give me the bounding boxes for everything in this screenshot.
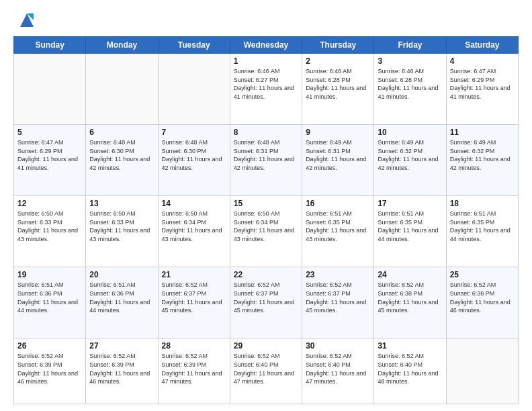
- calendar-cell: 24Sunrise: 6:52 AM Sunset: 6:38 PM Dayli…: [374, 267, 446, 338]
- day-number: 16: [306, 199, 370, 208]
- day-number: 8: [234, 128, 298, 137]
- day-number: 13: [89, 199, 154, 208]
- calendar-cell: 15Sunrise: 6:50 AM Sunset: 6:34 PM Dayli…: [230, 196, 302, 267]
- cell-info: Sunrise: 6:52 AM Sunset: 6:38 PM Dayligh…: [450, 281, 515, 314]
- cell-info: Sunrise: 6:47 AM Sunset: 6:29 PM Dayligh…: [450, 67, 515, 101]
- cell-info: Sunrise: 6:48 AM Sunset: 6:31 PM Dayligh…: [234, 138, 298, 172]
- calendar-cell: 6Sunrise: 6:48 AM Sunset: 6:30 PM Daylig…: [86, 125, 158, 196]
- cell-info: Sunrise: 6:52 AM Sunset: 6:39 PM Dayligh…: [17, 352, 82, 385]
- day-number: 11: [450, 128, 515, 137]
- calendar-cell: 31Sunrise: 6:52 AM Sunset: 6:40 PM Dayli…: [374, 338, 446, 404]
- cell-info: Sunrise: 6:46 AM Sunset: 6:28 PM Dayligh…: [306, 67, 370, 101]
- calendar-cell: 4Sunrise: 6:47 AM Sunset: 6:29 PM Daylig…: [446, 54, 518, 125]
- day-number: 17: [378, 199, 442, 208]
- cell-info: Sunrise: 6:52 AM Sunset: 6:40 PM Dayligh…: [378, 352, 442, 385]
- calendar-week-3: 12Sunrise: 6:50 AM Sunset: 6:33 PM Dayli…: [14, 196, 519, 267]
- calendar-cell: 8Sunrise: 6:48 AM Sunset: 6:31 PM Daylig…: [230, 125, 302, 196]
- col-header-monday: Monday: [86, 37, 158, 54]
- calendar-cell: 14Sunrise: 6:50 AM Sunset: 6:34 PM Dayli…: [158, 196, 230, 267]
- col-header-friday: Friday: [374, 37, 446, 54]
- cell-info: Sunrise: 6:51 AM Sunset: 6:36 PM Dayligh…: [89, 281, 154, 314]
- col-header-thursday: Thursday: [302, 37, 374, 54]
- calendar-cell: 18Sunrise: 6:51 AM Sunset: 6:35 PM Dayli…: [446, 196, 518, 267]
- calendar-cell: 22Sunrise: 6:52 AM Sunset: 6:37 PM Dayli…: [230, 267, 302, 338]
- col-header-tuesday: Tuesday: [158, 37, 230, 54]
- day-number: 24: [378, 270, 442, 279]
- col-header-saturday: Saturday: [446, 37, 518, 54]
- cell-info: Sunrise: 6:50 AM Sunset: 6:34 PM Dayligh…: [234, 210, 298, 243]
- day-number: 4: [450, 56, 515, 66]
- cell-info: Sunrise: 6:51 AM Sunset: 6:35 PM Dayligh…: [306, 210, 370, 243]
- day-number: 20: [89, 270, 154, 279]
- calendar-cell: [158, 54, 230, 125]
- cell-info: Sunrise: 6:52 AM Sunset: 6:39 PM Dayligh…: [89, 352, 154, 385]
- calendar-cell: 29Sunrise: 6:52 AM Sunset: 6:40 PM Dayli…: [230, 338, 302, 404]
- page: SundayMondayTuesdayWednesdayThursdayFrid…: [0, 0, 532, 411]
- calendar-cell: 16Sunrise: 6:51 AM Sunset: 6:35 PM Dayli…: [302, 196, 374, 267]
- day-number: 25: [450, 270, 515, 279]
- calendar-cell: 2Sunrise: 6:46 AM Sunset: 6:28 PM Daylig…: [302, 54, 374, 125]
- cell-info: Sunrise: 6:48 AM Sunset: 6:30 PM Dayligh…: [89, 138, 154, 172]
- calendar-cell: 20Sunrise: 6:51 AM Sunset: 6:36 PM Dayli…: [86, 267, 158, 338]
- day-number: 9: [306, 128, 370, 137]
- calendar-week-5: 26Sunrise: 6:52 AM Sunset: 6:39 PM Dayli…: [14, 338, 519, 404]
- calendar-cell: 19Sunrise: 6:51 AM Sunset: 6:36 PM Dayli…: [14, 267, 86, 338]
- day-number: 30: [306, 341, 370, 351]
- calendar-cell: 5Sunrise: 6:47 AM Sunset: 6:29 PM Daylig…: [14, 125, 86, 196]
- calendar-cell: 11Sunrise: 6:49 AM Sunset: 6:32 PM Dayli…: [446, 125, 518, 196]
- cell-info: Sunrise: 6:52 AM Sunset: 6:40 PM Dayligh…: [234, 352, 298, 385]
- day-number: 5: [17, 128, 82, 137]
- day-number: 29: [234, 341, 298, 351]
- cell-info: Sunrise: 6:52 AM Sunset: 6:37 PM Dayligh…: [234, 281, 298, 314]
- day-number: 6: [89, 128, 154, 137]
- calendar-cell: 26Sunrise: 6:52 AM Sunset: 6:39 PM Dayli…: [14, 338, 86, 404]
- day-number: 28: [162, 341, 226, 351]
- calendar-cell: 10Sunrise: 6:49 AM Sunset: 6:32 PM Dayli…: [374, 125, 446, 196]
- day-number: 22: [234, 270, 298, 279]
- cell-info: Sunrise: 6:50 AM Sunset: 6:33 PM Dayligh…: [89, 210, 154, 243]
- cell-info: Sunrise: 6:52 AM Sunset: 6:39 PM Dayligh…: [162, 352, 226, 385]
- calendar-cell: 9Sunrise: 6:49 AM Sunset: 6:31 PM Daylig…: [302, 125, 374, 196]
- day-number: 31: [378, 341, 442, 351]
- day-number: 19: [17, 270, 82, 279]
- calendar-cell: 13Sunrise: 6:50 AM Sunset: 6:33 PM Dayli…: [86, 196, 158, 267]
- cell-info: Sunrise: 6:47 AM Sunset: 6:29 PM Dayligh…: [17, 138, 82, 172]
- cell-info: Sunrise: 6:49 AM Sunset: 6:32 PM Dayligh…: [378, 138, 442, 172]
- calendar-cell: 25Sunrise: 6:52 AM Sunset: 6:38 PM Dayli…: [446, 267, 518, 338]
- day-number: 27: [89, 341, 154, 351]
- logo-icon: [17, 11, 36, 30]
- cell-info: Sunrise: 6:51 AM Sunset: 6:35 PM Dayligh…: [450, 210, 515, 243]
- calendar-cell: 27Sunrise: 6:52 AM Sunset: 6:39 PM Dayli…: [86, 338, 158, 404]
- day-number: 23: [306, 270, 370, 279]
- day-number: 10: [378, 128, 442, 137]
- cell-info: Sunrise: 6:52 AM Sunset: 6:38 PM Dayligh…: [378, 281, 442, 314]
- calendar-cell: [446, 338, 518, 404]
- day-number: 7: [162, 128, 226, 137]
- cell-info: Sunrise: 6:46 AM Sunset: 6:28 PM Dayligh…: [378, 67, 442, 101]
- calendar-week-2: 5Sunrise: 6:47 AM Sunset: 6:29 PM Daylig…: [14, 125, 519, 196]
- day-number: 14: [162, 199, 226, 208]
- day-number: 1: [234, 56, 298, 66]
- calendar-cell: 3Sunrise: 6:46 AM Sunset: 6:28 PM Daylig…: [374, 54, 446, 125]
- calendar-cell: 7Sunrise: 6:48 AM Sunset: 6:30 PM Daylig…: [158, 125, 230, 196]
- calendar-week-1: 1Sunrise: 6:46 AM Sunset: 6:27 PM Daylig…: [14, 54, 519, 125]
- calendar-header-row: SundayMondayTuesdayWednesdayThursdayFrid…: [14, 37, 519, 54]
- calendar-cell: [86, 54, 158, 125]
- cell-info: Sunrise: 6:50 AM Sunset: 6:34 PM Dayligh…: [162, 210, 226, 243]
- day-number: 18: [450, 199, 515, 208]
- cell-info: Sunrise: 6:49 AM Sunset: 6:31 PM Dayligh…: [306, 138, 370, 172]
- day-number: 12: [17, 199, 82, 208]
- day-number: 2: [306, 56, 370, 66]
- cell-info: Sunrise: 6:50 AM Sunset: 6:33 PM Dayligh…: [17, 210, 82, 243]
- day-number: 26: [17, 341, 82, 351]
- calendar-week-4: 19Sunrise: 6:51 AM Sunset: 6:36 PM Dayli…: [14, 267, 519, 338]
- cell-info: Sunrise: 6:52 AM Sunset: 6:37 PM Dayligh…: [306, 281, 370, 314]
- calendar-cell: 30Sunrise: 6:52 AM Sunset: 6:40 PM Dayli…: [302, 338, 374, 404]
- col-header-sunday: Sunday: [14, 37, 86, 54]
- day-number: 21: [162, 270, 226, 279]
- cell-info: Sunrise: 6:46 AM Sunset: 6:27 PM Dayligh…: [234, 67, 298, 101]
- cell-info: Sunrise: 6:52 AM Sunset: 6:40 PM Dayligh…: [306, 352, 370, 385]
- day-number: 3: [378, 56, 442, 66]
- cell-info: Sunrise: 6:51 AM Sunset: 6:35 PM Dayligh…: [378, 210, 442, 243]
- day-number: 15: [234, 199, 298, 208]
